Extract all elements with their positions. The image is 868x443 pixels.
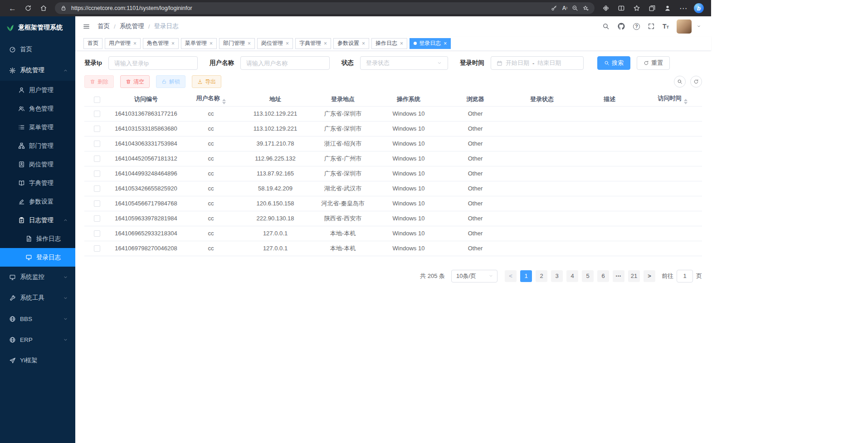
split-screen-icon[interactable] [618,5,625,12]
tab-dict-mgmt[interactable]: 字典管理× [295,38,331,49]
table-row[interactable]: 1641059633978281984cc222.90.130.18陕西省-西安… [84,211,702,226]
chevron-down-icon[interactable] [697,24,701,29]
status-select[interactable]: 登录状态 [360,56,448,70]
sidebar-item-bbs[interactable]: BBS [0,308,75,329]
sort-icon[interactable] [222,99,226,104]
sidebar-item-home[interactable]: 首页 [0,39,75,60]
column-header-desc[interactable]: 描述 [576,92,643,106]
browser-profile-icon[interactable] [664,5,671,12]
fullscreen-icon[interactable] [648,23,655,30]
next-page-button[interactable]: > [644,270,655,282]
close-tab-icon[interactable]: × [248,40,251,47]
column-header-time[interactable]: 访问时间 [643,92,702,106]
row-checkbox[interactable] [94,215,100,222]
page-size-select[interactable]: 10条/页 [451,270,497,282]
favorites-icon[interactable] [633,5,640,12]
sidebar-item-system-tools[interactable]: 系统工具 [0,287,75,308]
page-4-button[interactable]: 4 [566,270,578,282]
row-checkbox[interactable] [94,245,100,252]
tab-menu-mgmt[interactable]: 菜单管理× [181,38,217,49]
row-checkbox[interactable] [94,230,100,237]
page-5-button[interactable]: 5 [582,270,594,282]
table-row[interactable]: 1641043063331753984cc39.171.210.78浙江省-绍兴… [84,136,702,151]
close-tab-icon[interactable]: × [324,40,327,47]
page-1-button[interactable]: 1 [520,270,532,282]
row-checkbox[interactable] [94,170,100,177]
table-row[interactable]: 1641044520567181312cc112.96.225.132广东省-广… [84,151,702,166]
page-2-button[interactable]: 2 [536,270,547,282]
column-header-ip[interactable]: 地址 [239,92,311,106]
close-tab-icon[interactable]: × [444,40,447,47]
column-header-id[interactable]: 访问编号 [110,92,182,106]
browser-menu-icon[interactable]: ⋯ [679,5,687,12]
add-favorite-icon[interactable] [583,5,589,11]
sidebar-item-login-log[interactable]: 登录日志 [0,248,75,267]
github-icon[interactable] [617,22,625,30]
close-tab-icon[interactable]: × [133,40,137,47]
sidebar-item-param-settings[interactable]: 参数设置 [0,192,75,211]
table-row[interactable]: 1641053426655825920cc58.19.42.209湖北省-武汉市… [84,181,702,196]
page-21-button[interactable]: 21 [628,270,640,282]
refresh-icon[interactable] [24,5,32,12]
read-aloud-icon[interactable]: A⁾ [562,5,567,11]
sidebar-item-post-mgmt[interactable]: 岗位管理 [0,155,75,174]
tab-op-log[interactable]: 操作日志× [371,38,407,49]
column-header-location[interactable]: 登录地点 [311,92,375,106]
sidebar-toggle-icon[interactable] [83,23,90,30]
password-key-icon[interactable] [551,5,557,11]
address-bar[interactable]: https://ccnetcore.com:1101/system/log/lo… [55,2,595,14]
sidebar-item-erp[interactable]: ERP [0,329,75,350]
close-tab-icon[interactable]: × [362,40,365,47]
sidebar-item-system-mgmt[interactable]: 系统管理 [0,60,75,81]
search-button[interactable]: 搜索 [597,56,630,70]
row-checkbox[interactable] [94,185,100,192]
table-row[interactable]: 1641054566717984768cc120.6.150.158河北省-秦皇… [84,196,702,211]
close-tab-icon[interactable]: × [286,40,289,47]
sidebar-item-dept-mgmt[interactable]: 部门管理 [0,136,75,155]
breadcrumb-item[interactable]: 系统管理 [120,22,144,30]
ip-input[interactable] [108,56,198,70]
browser-home-icon[interactable] [40,5,47,12]
refresh-table-button[interactable] [690,76,702,88]
sort-icon[interactable] [684,99,688,104]
export-button[interactable]: 导出 [192,75,221,88]
table-row[interactable]: 1641031533185863680cc113.102.129.221广东省-… [84,121,702,136]
clear-button[interactable]: 清空 [120,75,150,88]
table-row[interactable]: 1641044993248464896cc113.87.92.165广东省-深圳… [84,166,702,181]
sidebar-item-log-mgmt[interactable]: 日志管理 [0,211,75,229]
tab-login-log[interactable]: 登录日志× [410,38,451,49]
row-checkbox[interactable] [94,111,100,117]
sidebar-item-dict-mgmt[interactable]: 字典管理 [0,174,75,192]
sidebar-item-role-mgmt[interactable]: 角色管理 [0,99,75,118]
table-row[interactable]: 1641069652933218304cc127.0.0.1本地-本机Windo… [84,226,702,241]
back-icon[interactable]: ← [9,5,16,12]
prev-page-button[interactable]: < [505,270,517,282]
table-row[interactable]: 1641069798270046208cc127.0.0.1本地-本机Windo… [84,241,702,256]
username-input[interactable] [240,56,330,70]
tab-post-mgmt[interactable]: 岗位管理× [257,38,293,49]
search-icon[interactable] [602,23,610,30]
sidebar-item-system-monitor[interactable]: 系统监控 [0,267,75,287]
tab-param-settings[interactable]: 参数设置× [333,38,369,49]
column-header-status[interactable]: 登录状态 [508,92,576,106]
sidebar-item-op-log[interactable]: 操作日志 [0,229,75,248]
close-tab-icon[interactable]: × [171,40,175,47]
delete-button[interactable]: 删除 [84,75,114,88]
row-checkbox[interactable] [94,141,100,147]
close-tab-icon[interactable]: × [210,40,213,47]
toggle-search-button[interactable] [674,76,686,88]
close-tab-icon[interactable]: × [400,40,403,47]
sidebar-item-menu-mgmt[interactable]: 菜单管理 [0,118,75,136]
help-icon[interactable]: ? [633,23,640,30]
column-header-browser[interactable]: 浏览器 [443,92,508,106]
sidebar-item-user-mgmt[interactable]: 用户管理 [0,81,75,99]
tab-home[interactable]: 首页 [83,38,102,49]
zoom-indicator-icon[interactable] [572,5,578,11]
row-checkbox[interactable] [94,200,100,207]
column-header-os[interactable]: 操作系统 [375,92,443,106]
breadcrumb-item[interactable]: 首页 [98,22,110,30]
date-range-picker[interactable]: 开始日期 - 结束日期 [491,56,584,70]
font-size-icon[interactable]: TT [663,23,669,30]
site-info-icon[interactable] [60,5,67,11]
tab-dept-mgmt[interactable]: 部门管理× [219,38,255,49]
